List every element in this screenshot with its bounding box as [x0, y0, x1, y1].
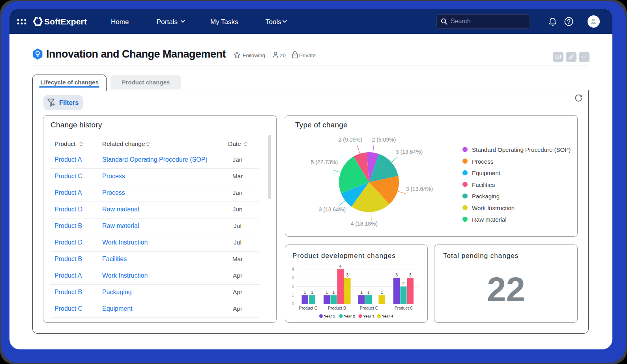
svg-text:2: 2	[402, 281, 405, 286]
svg-text:Product C: Product C	[299, 306, 318, 310]
svg-text:4: 4	[339, 264, 342, 269]
svg-text:Year 1: Year 1	[324, 314, 335, 318]
svg-text:1: 1	[326, 290, 328, 295]
svg-text:1: 1	[333, 290, 335, 295]
svg-text:3: 3	[292, 276, 294, 280]
svg-text:0: 0	[292, 302, 294, 306]
svg-text:4: 4	[292, 267, 294, 271]
svg-text:Year 2: Year 2	[344, 314, 355, 318]
svg-text:Product C: Product C	[395, 306, 413, 310]
svg-text:1: 1	[367, 290, 370, 295]
svg-text:3: 3	[409, 273, 412, 277]
svg-text:1: 1	[381, 290, 383, 295]
svg-text:1: 1	[311, 290, 313, 295]
svg-text:1: 1	[360, 290, 363, 295]
svg-text:Year 4: Year 4	[382, 314, 393, 318]
svg-text:1: 1	[292, 293, 294, 297]
svg-text:3: 3	[395, 273, 398, 277]
svg-text:Year 3: Year 3	[363, 314, 374, 318]
svg-text:3: 3	[346, 273, 348, 277]
svg-text:1: 1	[304, 290, 306, 295]
svg-text:2: 2	[292, 284, 294, 289]
svg-text:Product B: Product B	[328, 306, 346, 310]
svg-text:Product C: Product C	[360, 306, 378, 310]
